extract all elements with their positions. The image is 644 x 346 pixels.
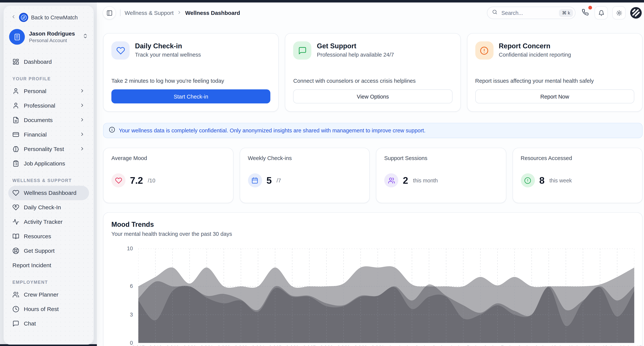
chevron-right-icon [80, 146, 85, 152]
sidebar-item-label: Professional [24, 103, 55, 109]
sidebar-item-label: Chat [24, 321, 36, 327]
y-axis-label: 6 [112, 283, 133, 289]
sidebar-item-report-incident[interactable]: Report Incident [8, 258, 89, 273]
chevron-right-icon [80, 88, 85, 95]
sidebar-item-label: Documents [24, 117, 53, 123]
sidebar-item-label: Financial [24, 132, 47, 138]
sidebar-item-hours-of-rest[interactable]: Hours of Rest [8, 302, 89, 317]
chevrons-up-down-icon [82, 33, 88, 41]
search-input[interactable] [500, 9, 556, 16]
sidebar-item-label: Get Support [24, 248, 55, 254]
sidebar-item-label: Job Applications [24, 161, 65, 167]
app-root: Wellness & Support Wellness Dashboard ⌘ … [0, 0, 644, 346]
sidebar-item-professional[interactable]: Professional [8, 98, 89, 113]
stat-value: 2 [403, 175, 408, 186]
stat-suffix: this month [413, 177, 438, 184]
x-axis-label: Aug 2 [406, 345, 418, 346]
notifications-button[interactable] [594, 6, 608, 19]
banner-text: Your wellness data is completely confide… [119, 127, 425, 134]
info-icon [109, 127, 115, 134]
x-axis-label: Jul 29 [337, 345, 350, 346]
search-icon [492, 9, 498, 16]
heart-icon-badge [112, 173, 126, 187]
account-avatar[interactable] [630, 7, 642, 19]
stat-suffix: this week [549, 177, 572, 184]
nav-section-wellness-support: WELLNESS & SUPPORT [12, 178, 85, 183]
chart-areas [138, 266, 634, 343]
sidebar-item-label: Hours of Rest [24, 306, 59, 312]
search-icon [492, 9, 498, 15]
sidebar-item-dashboard[interactable]: Dashboard [8, 54, 89, 69]
sidebar-item-activity-tracker[interactable]: Activity Tracker [8, 215, 89, 229]
activity-icon [12, 219, 19, 225]
breadcrumb: Wellness & Support Wellness Dashboard [124, 10, 240, 16]
notification-dot [588, 6, 592, 9]
chevron-right-icon [80, 117, 85, 124]
x-axis-label: Aug 14 [610, 345, 624, 346]
card-title: Report Concern [499, 42, 571, 50]
report-concern-card: Report ConcernConfidential incident repo… [467, 33, 643, 112]
user-icon [12, 88, 19, 95]
back-label: Back to CrewMatch [31, 14, 78, 20]
y-axis-label: 3 [112, 311, 133, 318]
x-axis-label: Jul 31 [372, 345, 384, 346]
sidebar-item-label: Crew Planner [24, 292, 58, 298]
heart-icon [115, 177, 122, 184]
card-subtitle: Track your mental wellness [135, 52, 201, 58]
heart-icon [12, 190, 19, 196]
support-sessions-stat-card: Support Sessions2this month [376, 148, 506, 203]
weekly-check-ins-stat-card: Weekly Check-ins5/7 [240, 148, 370, 203]
sidebar-item-personal[interactable]: Personal [8, 84, 89, 98]
x-axis-label: Jul 28 [320, 345, 333, 346]
sidebar-item-chat[interactable]: Chat [8, 317, 89, 331]
theme-toggle-button[interactable] [612, 6, 626, 19]
sidebar-item-financial[interactable]: Financial [8, 127, 89, 142]
calendar-icon-badge [248, 173, 262, 187]
start-check-in-button[interactable]: Start Check-in [112, 89, 270, 103]
card-subtitle: Confidential incident reporting [499, 52, 571, 58]
sidebar-item-get-support[interactable]: Get Support [8, 244, 89, 258]
sidebar-toggle-button[interactable] [103, 6, 116, 19]
chart-title: Mood Trends [112, 221, 634, 229]
sidebar-item-crew-planner[interactable]: Crew Planner [8, 288, 89, 302]
chevron-right-icon [80, 117, 85, 122]
x-axis-label: Aug 9 [526, 345, 538, 346]
sidebar-item-daily-check-in[interactable]: Daily Check-In [8, 200, 89, 215]
x-axis-label: Jul 24 [252, 345, 264, 346]
sidebar-item-job-applications[interactable]: Job Applications [8, 156, 89, 171]
user-icon [12, 102, 19, 109]
book-open-icon [12, 233, 19, 240]
phone-button[interactable] [580, 6, 590, 19]
file-text-icon [12, 117, 19, 124]
chevrons-up-down-icon [82, 33, 88, 39]
card-subtitle: Professional help available 24/7 [317, 52, 394, 58]
search-bar[interactable]: ⌘ k [487, 6, 576, 19]
breadcrumb-section[interactable]: Wellness & Support [124, 10, 174, 16]
x-axis-label: Jul 30 [354, 345, 367, 346]
nav-section-employment: EMPLOYMENT [12, 280, 85, 285]
stat-value: 8 [539, 175, 545, 186]
sidebar: Back to CrewMatch Jason Rodrigues Person… [4, 5, 94, 345]
sidebar-item-resources[interactable]: Resources [8, 229, 89, 244]
chevron-right-icon [80, 102, 85, 109]
back-to-crewmatch[interactable]: Back to CrewMatch [11, 13, 86, 22]
daily-check-in-card: Daily Check-inTrack your mental wellness… [103, 33, 279, 112]
view-options-button[interactable]: View Options [293, 89, 452, 103]
brain-icon [12, 146, 19, 152]
stat-label: Support Sessions [384, 155, 498, 161]
x-axis-label: Jul 20 [183, 345, 196, 346]
stat-value: 5 [266, 175, 272, 186]
x-axis-label: Jul 27 [303, 345, 316, 346]
card-body-text: Report issues affecting your mental heal… [475, 78, 634, 84]
sidebar-item-documents[interactable]: Documents [8, 113, 89, 127]
y-axis-label: 0 [112, 340, 133, 346]
report-now-button[interactable]: Report Now [475, 89, 634, 103]
x-axis-label: Aug 8 [508, 345, 521, 346]
account-switcher[interactable]: Jason Rodrigues Personal Account [9, 29, 88, 45]
sidebar-item-personality-test[interactable]: Personality Test [8, 142, 89, 156]
chart-subtitle: Your mental health tracking over the pas… [112, 231, 634, 237]
sidebar-item-wellness-dashboard[interactable]: Wellness Dashboard [8, 186, 89, 200]
calendar-icon [251, 177, 258, 184]
card-body-text: Connect with counselors or access crisis… [293, 78, 452, 84]
card-body-text: Take 2 minutes to log how you're feeling… [112, 78, 270, 84]
